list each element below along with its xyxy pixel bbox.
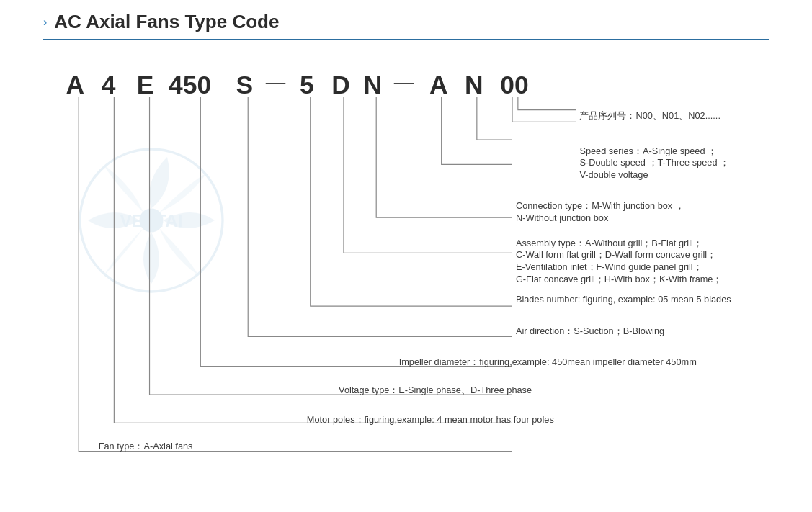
svg-text:Assembly type：A-Without grill；: Assembly type：A-Without grill；B-Flat gri… (516, 238, 702, 248)
svg-text:N: N (465, 71, 483, 99)
page-container: › AC Axial Fans Type Code VENT (0, 0, 812, 512)
svg-text:D: D (331, 71, 350, 99)
svg-text:Motor poles：figuring,example: : Motor poles：figuring,example: 4 mean mot… (307, 414, 554, 425)
svg-text:Speed series：A-Single speed ；: Speed series：A-Single speed ； (579, 145, 717, 156)
svg-text:Connection type：M-With junctio: Connection type：M-With junction box ， (516, 200, 684, 211)
svg-text:Air direction：S-Suction；B-Blow: Air direction：S-Suction；B-Blowing (516, 325, 664, 336)
title-section: › AC Axial Fans Type Code (43, 11, 769, 33)
svg-text:G-Flat concave grill；H-With bo: G-Flat concave grill；H-With box；K-With f… (516, 274, 723, 284)
svg-text:产品序列号：N00、N01、N02......: 产品序列号：N00、N01、N02...... (579, 110, 720, 121)
svg-text:N: N (364, 71, 383, 99)
divider (43, 39, 769, 40)
svg-text:Voltage type：E-Single phase、D-: Voltage type：E-Single phase、D-Three phas… (339, 385, 532, 395)
svg-text:4: 4 (102, 71, 116, 99)
svg-text:—: — (266, 71, 286, 93)
svg-text:Fan type：A-Axial fans: Fan type：A-Axial fans (99, 441, 193, 452)
svg-text:5: 5 (300, 71, 314, 99)
svg-text:450: 450 (169, 71, 211, 99)
svg-text:Blades number: figuring, examp: Blades number: figuring, example: 05 mea… (516, 294, 731, 305)
svg-text:V-double voltage: V-double voltage (579, 169, 648, 180)
diagram-svg: A 4 E 450 S — 5 D N — A N 00 (43, 55, 769, 480)
svg-text:A: A (429, 71, 448, 99)
svg-text:E-Ventilation inlet；F-Wind gui: E-Ventilation inlet；F-Wind guide panel g… (516, 261, 702, 272)
svg-text:E: E (137, 71, 154, 99)
svg-text:N-Without junction box: N-Without junction box (516, 212, 609, 223)
svg-text:Impeller diameter：figuring,exa: Impeller diameter：figuring,example: 450m… (399, 356, 697, 367)
svg-text:A: A (66, 71, 85, 99)
svg-text:S: S (236, 71, 254, 99)
page-title: AC Axial Fans Type Code (54, 11, 279, 33)
svg-text:—: — (394, 71, 414, 93)
svg-text:00: 00 (500, 71, 528, 99)
svg-text:C-Wall form flat grill；D-Wall : C-Wall form flat grill；D-Wall form conca… (516, 249, 716, 260)
diagram-area: VENTAI A 4 E 450 S — 5 D N — (43, 55, 769, 480)
chevron-icon: › (43, 16, 47, 29)
svg-text:S-Double speed ；T-Three speed : S-Double speed ；T-Three speed ； (579, 157, 729, 168)
